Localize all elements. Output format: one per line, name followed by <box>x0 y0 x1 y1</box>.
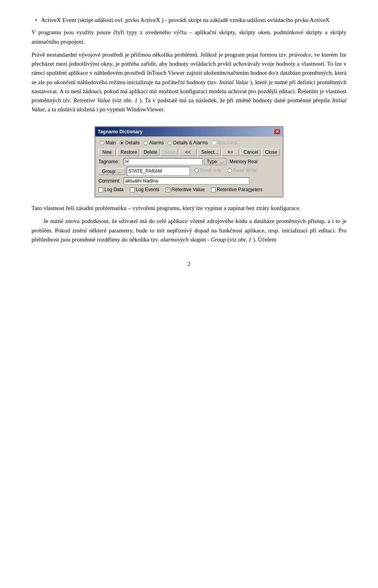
chk-log-data <box>98 188 103 192</box>
italic-group: Group <box>211 236 226 243</box>
type-button[interactable]: Type: ... <box>204 158 226 165</box>
dialog-titlebar: Tagname Dictionary ✕ <box>95 127 283 137</box>
dialog-body: Main Details Alarms Details & Alarms <box>95 136 283 197</box>
close-button[interactable]: Close <box>261 149 280 156</box>
italic-alarmovych: alarmových <box>161 236 189 243</box>
radio-alarms <box>144 141 148 145</box>
tagname-dictionary-dialog: Tagname Dictionary ✕ Main Details <box>94 126 284 198</box>
italic-pruvodce: průvodce <box>289 52 311 58</box>
radio-details-alarms <box>168 141 172 145</box>
cancel-button[interactable]: Cancel <box>240 149 261 156</box>
save-button[interactable]: Save <box>161 149 178 156</box>
readonly-option[interactable]: Read only <box>195 167 221 174</box>
dialog-container: Tagname Dictionary ✕ Main Details <box>32 126 346 198</box>
prev-button[interactable]: << <box>179 149 196 156</box>
log-data-checkbox[interactable]: Log Data <box>98 186 124 194</box>
tab-members: Members <box>210 139 239 147</box>
tagname-input[interactable] <box>124 158 202 165</box>
paragraph-2: Právě nestandardní vývojové prostředí je… <box>32 50 346 114</box>
tab-alarms[interactable]: Alarms <box>142 139 165 147</box>
restore-button[interactable]: Restore <box>117 149 139 156</box>
type-value: Memory Real <box>230 158 258 166</box>
checkbox-row: Log Data Log Events Retentive Value Rete… <box>98 186 280 194</box>
comment-label: Comment: <box>98 177 122 185</box>
radio-details <box>120 141 124 145</box>
tagname-row: Tagname: Type: ... Memory Real <box>98 158 280 166</box>
bullet-text: ActiveX Event (skript události ovl. prvk… <box>41 16 330 25</box>
dialog-close-button[interactable]: ✕ <box>274 129 280 135</box>
select-button[interactable]: Select... <box>198 149 220 156</box>
radio-main <box>100 141 104 145</box>
tab-row: Main Details Alarms Details & Alarms <box>98 139 280 147</box>
bullet-symbol: • <box>32 16 41 25</box>
group-value: STATE_PARAM <box>127 167 190 176</box>
readwrite-option[interactable]: Read Write <box>228 167 257 174</box>
chk-retentive-parameters <box>211 188 216 192</box>
retentive-value-checkbox[interactable]: Retentive Value <box>166 186 205 194</box>
new-button[interactable]: New <box>98 149 116 156</box>
radio-readonly <box>195 168 199 173</box>
readonly-options: Read only Read Write <box>195 167 257 174</box>
delete-button[interactable]: Delete <box>140 149 159 156</box>
group-row: Group: ... STATE_PARAM Read only Read Wr… <box>98 167 280 176</box>
radio-readwrite <box>228 168 232 173</box>
italic-retentive: Retentive Value <box>73 97 110 103</box>
radio-members <box>212 141 216 145</box>
page-number: 2 <box>32 260 346 269</box>
paragraph-3: Tato vlastnost řeší zásadní problematiku… <box>32 204 346 213</box>
tab-main[interactable]: Main <box>98 139 117 147</box>
tagname-label: Tagname: <box>98 158 122 166</box>
comment-input[interactable] <box>124 177 250 184</box>
paragraph-1: V programu jsou využity pouze čtyři typy… <box>32 28 346 46</box>
comment-row: Comment: <box>98 177 280 185</box>
group-button[interactable]: Group: ... <box>98 168 125 175</box>
next-button[interactable]: >> <box>222 149 239 156</box>
log-events-checkbox[interactable]: Log Events <box>130 186 159 194</box>
bullet-paragraph: • ActiveX Event (skript události ovl. pr… <box>32 16 346 25</box>
tab-details-alarms[interactable]: Details & Alarms <box>166 139 209 147</box>
paragraph-4: Je nutné znovu podotknout, že uživatel m… <box>32 217 346 244</box>
tab-details[interactable]: Details <box>118 139 141 147</box>
button-row: New Restore Delete Save << Select... >> … <box>98 149 280 156</box>
dialog-title: Tagname Dictionary <box>98 128 143 136</box>
retentive-parameters-checkbox[interactable]: Retentive Parameters <box>211 186 263 194</box>
chk-log-events <box>130 188 135 192</box>
chk-retentive-value <box>166 188 170 192</box>
